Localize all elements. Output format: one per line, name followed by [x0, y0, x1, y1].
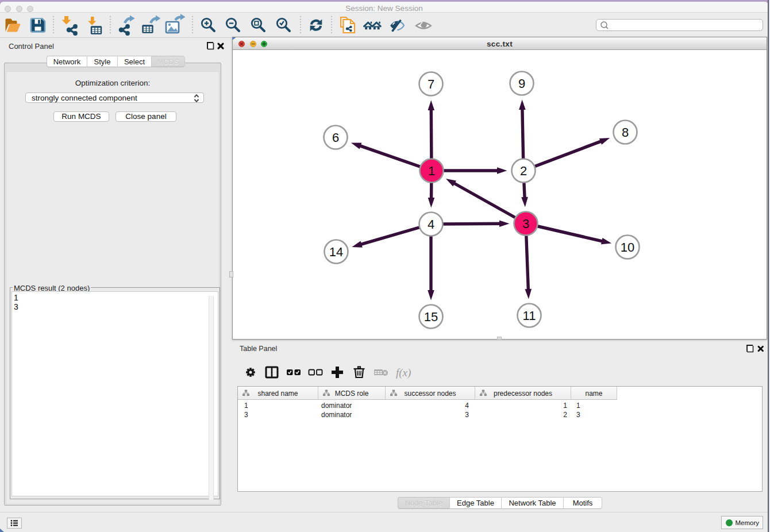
svg-text:8: 8	[622, 125, 629, 140]
svg-text:10: 10	[621, 240, 634, 255]
svg-text:14: 14	[329, 245, 343, 259]
svg-text:11: 11	[523, 309, 536, 323]
svg-text:15: 15	[424, 310, 438, 324]
svg-text:1: 1	[428, 164, 435, 178]
svg-text:3: 3	[522, 217, 529, 231]
svg-text:2: 2	[520, 164, 527, 178]
svg-text:9: 9	[518, 76, 525, 91]
svg-text:f(x): f(x)	[396, 367, 411, 379]
svg-text:4: 4	[428, 217, 434, 232]
svg-text:7: 7	[428, 77, 434, 91]
svg-text:6: 6	[332, 130, 339, 145]
